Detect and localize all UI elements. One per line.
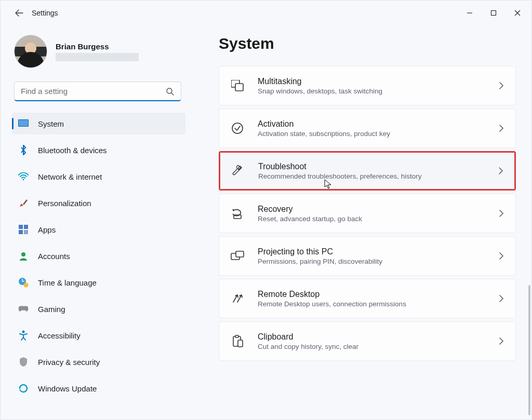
avatar: [14, 35, 47, 68]
wrench-icon: [231, 164, 245, 178]
close-icon: [514, 10, 521, 16]
svg-rect-6: [24, 225, 28, 229]
svg-rect-18: [236, 251, 244, 257]
nav-label: Gaming: [38, 305, 65, 314]
maximize-icon: [490, 10, 497, 16]
card-title: Remote Desktop: [258, 290, 406, 299]
svg-rect-7: [19, 230, 23, 234]
display-icon: [18, 118, 29, 129]
nav-label: Apps: [38, 225, 56, 234]
titlebar: Settings: [1, 1, 531, 25]
svg-point-9: [21, 252, 25, 256]
scrollbar-thumb[interactable]: [528, 285, 530, 415]
card-text: Multitasking Snap windows, desktops, tas…: [258, 77, 382, 95]
chevron-right-icon: [499, 337, 504, 345]
card-desc: Snap windows, desktops, task switching: [258, 87, 382, 95]
search-input[interactable]: [14, 82, 181, 101]
nav-label: Bluetooth & devices: [38, 146, 107, 155]
card-title: Activation: [258, 119, 390, 129]
nav-item-system[interactable]: System: [12, 113, 185, 134]
svg-point-15: [232, 123, 243, 133]
gamepad-icon: [18, 304, 29, 314]
svg-rect-0: [491, 11, 496, 16]
nav-item-personalization[interactable]: Personalization: [12, 192, 185, 214]
minimize-icon: [467, 10, 473, 16]
card-desc: Remote Desktop users, connection permiss…: [258, 300, 406, 308]
svg-rect-8: [24, 230, 28, 234]
card-desc: Permissions, pairing PIN, discoverabilit…: [258, 258, 382, 265]
nav-label: Network & internet: [38, 172, 102, 181]
search-icon: [166, 87, 174, 96]
svg-rect-3: [19, 120, 28, 126]
clipboard-icon: [231, 334, 244, 348]
minimize-button[interactable]: [458, 3, 482, 23]
card-recovery[interactable]: Recovery Reset, advanced startup, go bac…: [219, 194, 516, 233]
settings-card-list: Multitasking Snap windows, desktops, tas…: [219, 66, 516, 361]
chevron-right-icon: [499, 252, 504, 260]
chevron-right-icon: [498, 167, 503, 175]
arrow-left-icon: [15, 9, 23, 17]
chevron-right-icon: [499, 124, 504, 132]
nav-label: System: [38, 119, 64, 128]
nav-label: Windows Update: [38, 384, 97, 393]
nav-label: Accounts: [38, 252, 70, 261]
nav-item-gaming[interactable]: Gaming: [12, 298, 185, 320]
card-text: Clipboard Cut and copy history, sync, cl…: [258, 332, 358, 350]
nav-label: Accessibility: [38, 331, 81, 340]
card-projecting[interactable]: Projecting to this PC Permissions, pairi…: [219, 236, 516, 276]
profile-text: Brian Burgess: [56, 42, 139, 61]
nav-item-apps[interactable]: Apps: [12, 219, 185, 240]
svg-point-11: [24, 283, 29, 288]
accessibility-icon: [18, 330, 29, 341]
chevron-right-icon: [499, 294, 504, 303]
checkmark-circle-icon: [231, 121, 244, 135]
content-area: Brian Burgess System Bluetooth & d: [1, 25, 531, 419]
card-multitasking[interactable]: Multitasking Snap windows, desktops, tas…: [219, 66, 516, 105]
card-text: Remote Desktop Remote Desktop users, con…: [258, 290, 406, 308]
person-icon: [18, 251, 29, 261]
nav-item-windows-update[interactable]: Windows Update: [12, 377, 185, 399]
nav-item-network[interactable]: Network & internet: [12, 166, 185, 187]
card-title: Projecting to this PC: [258, 247, 382, 256]
shield-icon: [18, 357, 29, 367]
main-panel: System Multitasking Snap windows, deskto…: [192, 25, 531, 419]
profile-block[interactable]: Brian Burgess: [12, 31, 185, 78]
project-icon: [231, 249, 244, 263]
svg-rect-21: [238, 340, 243, 347]
remote-desktop-icon: [231, 292, 244, 305]
card-text: Recovery Reset, advanced startup, go bac…: [258, 205, 362, 223]
card-title: Troubleshoot: [258, 162, 421, 171]
card-troubleshoot[interactable]: Troubleshoot Recommended troubleshooters…: [219, 151, 516, 191]
card-remote-desktop[interactable]: Remote Desktop Remote Desktop users, con…: [219, 279, 516, 318]
chevron-right-icon: [499, 209, 504, 218]
nav-label: Privacy & security: [38, 358, 100, 367]
svg-point-1: [167, 88, 172, 93]
card-text: Activation Activation state, subscriptio…: [258, 119, 390, 138]
back-button[interactable]: [10, 4, 29, 22]
maximize-button[interactable]: [482, 3, 506, 23]
nav-item-accessibility[interactable]: Accessibility: [12, 324, 185, 346]
card-activation[interactable]: Activation Activation state, subscriptio…: [219, 109, 516, 148]
svg-rect-5: [19, 225, 23, 229]
chevron-right-icon: [499, 82, 504, 90]
nav-item-bluetooth[interactable]: Bluetooth & devices: [12, 139, 185, 161]
card-title: Clipboard: [258, 332, 358, 342]
wifi-icon: [18, 171, 29, 182]
svg-point-12: [22, 331, 25, 333]
nav-label: Personalization: [38, 199, 91, 208]
settings-window: Settings Brian Burgess: [0, 0, 532, 420]
multitasking-icon: [231, 79, 244, 92]
close-button[interactable]: [506, 3, 529, 23]
nav-item-accounts[interactable]: Accounts: [12, 245, 185, 267]
nav-item-privacy[interactable]: Privacy & security: [12, 351, 185, 373]
card-clipboard[interactable]: Clipboard Cut and copy history, sync, cl…: [219, 321, 516, 361]
card-text: Troubleshoot Recommended troubleshooters…: [258, 162, 421, 180]
svg-rect-14: [235, 84, 243, 91]
svg-rect-20: [235, 335, 238, 337]
card-desc: Activation state, subscriptions, product…: [258, 130, 390, 138]
sidebar: Brian Burgess System Bluetooth & d: [1, 25, 192, 419]
nav-label: Time & language: [38, 278, 97, 287]
search-wrap: [14, 82, 181, 101]
nav-item-time[interactable]: Time & language: [12, 272, 185, 293]
bluetooth-icon: [18, 145, 29, 155]
